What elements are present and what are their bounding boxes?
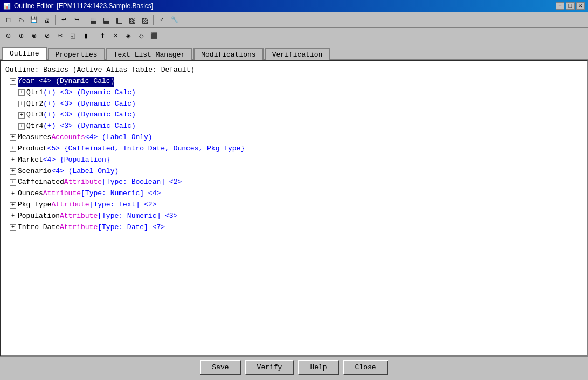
expand-market[interactable]: + bbox=[10, 157, 16, 163]
tb2-btn9[interactable]: ✕ bbox=[109, 30, 121, 42]
help-button[interactable]: Help bbox=[298, 360, 338, 375]
tree-row-product[interactable]: + Product <5> {Caffeinated, Intro Date, … bbox=[10, 143, 583, 155]
grid2-button[interactable]: ▤ bbox=[100, 14, 112, 26]
market-info: <4> {Population} bbox=[43, 155, 110, 165]
check-button[interactable]: ✓ bbox=[156, 14, 168, 26]
app-icon: 📊 bbox=[3, 3, 11, 10]
tb2-btn7[interactable]: ▮ bbox=[80, 30, 92, 42]
sep-4 bbox=[94, 31, 94, 41]
pkg-type-label: Pkg Type bbox=[18, 200, 51, 210]
scenario-label: Scenario bbox=[18, 167, 51, 177]
ounces-attr-label: Attribute bbox=[43, 189, 81, 199]
save-button-tb[interactable]: 💾 bbox=[28, 14, 40, 26]
grid3-button[interactable]: ▥ bbox=[113, 14, 125, 26]
tree-row-scenario[interactable]: + Scenario <4> (Label Only) bbox=[10, 166, 583, 177]
tb2-btn11[interactable]: ◇ bbox=[135, 30, 147, 42]
tab-text-list-manager[interactable]: Text List Manager bbox=[106, 48, 193, 60]
population-info: [Type: Numeric] <3> bbox=[98, 211, 177, 222]
qtr3-info: (+) <3> (Dynamic Calc) bbox=[43, 110, 136, 120]
accounts-label: Accounts bbox=[51, 133, 85, 143]
tree-row-qtr4[interactable]: + Qtr4 (+) <3> (Dynamic Calc) bbox=[18, 121, 583, 132]
pkg-type-info: [Type: Text] <2> bbox=[89, 200, 157, 210]
grid4-button[interactable]: ▧ bbox=[126, 14, 138, 26]
tb2-btn10[interactable]: ◈ bbox=[122, 30, 134, 42]
window-title: Outline Editor: [EPM11124:1423.Sample.Ba… bbox=[14, 2, 153, 10]
verify-button[interactable]: Verify bbox=[245, 360, 294, 375]
tree-row-population[interactable]: + Population Attribute [Type: Numeric] <… bbox=[10, 211, 583, 222]
qtr3-label: Qtr3 bbox=[26, 110, 43, 120]
restore-button[interactable]: ❐ bbox=[566, 2, 575, 10]
expand-product[interactable]: + bbox=[10, 146, 16, 152]
tree-row-year[interactable]: − Year <4> (Dynamic Calc) bbox=[10, 76, 583, 87]
qtr2-info: (+) <3> (Dynamic Calc) bbox=[43, 99, 136, 109]
expand-pkg-type[interactable]: + bbox=[10, 202, 16, 209]
expand-measures[interactable]: + bbox=[10, 134, 16, 141]
print-button[interactable]: 🖨 bbox=[41, 14, 53, 26]
tb2-btn12[interactable]: ⬛ bbox=[148, 30, 160, 42]
sep-3 bbox=[153, 15, 154, 25]
expand-intro-date[interactable]: + bbox=[10, 224, 16, 231]
close-button[interactable]: Close bbox=[343, 360, 388, 375]
tb2-btn3[interactable]: ⊗ bbox=[28, 30, 40, 42]
caffeinated-label: Caffeinated bbox=[18, 177, 64, 188]
tb2-btn8[interactable]: ⬆ bbox=[96, 30, 108, 42]
expand-qtr4[interactable]: + bbox=[18, 123, 25, 130]
tree-row-ounces[interactable]: + Ounces Attribute [Type: Numeric] <4> bbox=[10, 188, 583, 199]
tb2-btn6[interactable]: ◱ bbox=[67, 30, 79, 42]
tb2-btn4[interactable]: ⊘ bbox=[41, 30, 53, 42]
tree-row-qtr3[interactable]: + Qtr3 (+) <3> (Dynamic Calc) bbox=[18, 109, 583, 121]
expand-qtr1[interactable]: + bbox=[18, 89, 25, 96]
ounces-label: Ounces bbox=[18, 189, 43, 199]
year-label: Year <4> (Dynamic Calc) bbox=[18, 77, 114, 87]
tree-row-measures[interactable]: + Measures Accounts <4> (Label Only) bbox=[10, 132, 583, 143]
expand-caffeinated[interactable]: + bbox=[10, 179, 16, 186]
new-button[interactable]: ◻ bbox=[2, 14, 14, 26]
undo-button[interactable]: ↩ bbox=[58, 14, 70, 26]
close-window-button[interactable]: ✕ bbox=[576, 2, 585, 10]
qtr1-label: Qtr1 bbox=[26, 88, 43, 98]
tree-row-intro-date[interactable]: + Intro Date Attribute [Type: Date] <7> bbox=[10, 222, 583, 233]
qtr2-label: Qtr2 bbox=[26, 99, 43, 109]
outline-content: Outline: Basics (Active Alias Table: Def… bbox=[0, 60, 588, 356]
sep-2 bbox=[85, 15, 85, 25]
grid1-button[interactable]: ▦ bbox=[87, 14, 99, 26]
toolbar-1: ◻ 🗁 💾 🖨 ↩ ↪ ▦ ▤ ▥ ▧ ▨ ✓ 🔧 bbox=[0, 12, 588, 28]
tree-row-market[interactable]: + Market <4> {Population} bbox=[10, 155, 583, 166]
minimize-button[interactable]: − bbox=[556, 2, 564, 10]
tab-modifications[interactable]: Modifications bbox=[193, 48, 263, 60]
title-bar-controls: − ❐ ✕ bbox=[556, 2, 585, 10]
population-label: Population bbox=[18, 211, 60, 222]
market-label: Market bbox=[18, 155, 43, 165]
tab-properties[interactable]: Properties bbox=[48, 48, 105, 60]
tab-outline[interactable]: Outline bbox=[2, 47, 47, 60]
tb2-btn2[interactable]: ⊕ bbox=[15, 30, 27, 42]
tab-verification[interactable]: Verification bbox=[265, 48, 330, 60]
outline-header-line: Outline: Basics (Active Alias Table: Def… bbox=[5, 65, 583, 76]
redo-button[interactable]: ↪ bbox=[71, 14, 82, 26]
tree-row-caffeinated[interactable]: + Caffeinated Attribute [Type: Boolean] … bbox=[10, 177, 583, 188]
open-button[interactable]: 🗁 bbox=[15, 14, 27, 26]
button-bar: Save Verify Help Close bbox=[0, 356, 588, 378]
sep-1 bbox=[55, 15, 56, 25]
measures-label: Measures bbox=[18, 133, 51, 143]
tab-bar: Outline Properties Text List Manager Mod… bbox=[0, 44, 588, 60]
expand-scenario[interactable]: + bbox=[10, 168, 16, 175]
grid5-button[interactable]: ▨ bbox=[139, 14, 151, 26]
qtr1-info: (+) <3> (Dynamic Calc) bbox=[43, 88, 136, 98]
tree-row-qtr2[interactable]: + Qtr2 (+) <3> (Dynamic Calc) bbox=[18, 99, 583, 110]
expand-population[interactable]: + bbox=[10, 213, 16, 219]
expand-ounces[interactable]: + bbox=[10, 191, 16, 197]
qtr4-label: Qtr4 bbox=[26, 121, 43, 132]
intro-date-label: Intro Date bbox=[18, 223, 60, 233]
expand-qtr2[interactable]: + bbox=[18, 101, 25, 107]
tree-row-pkg-type[interactable]: + Pkg Type Attribute [Type: Text] <2> bbox=[10, 199, 583, 211]
save-button[interactable]: Save bbox=[200, 360, 240, 375]
ounces-info: [Type: Numeric] <4> bbox=[81, 189, 161, 199]
wrench-button[interactable]: 🔧 bbox=[169, 14, 181, 26]
qtr4-info: (+) <3> (Dynamic Calc) bbox=[43, 121, 136, 132]
expand-year[interactable]: − bbox=[10, 78, 16, 85]
tb2-btn5[interactable]: ✂ bbox=[54, 30, 66, 42]
tree-row-qtr1[interactable]: + Qtr1 (+) <3> (Dynamic Calc) bbox=[18, 87, 583, 99]
expand-qtr3[interactable]: + bbox=[18, 112, 25, 119]
tb2-btn1[interactable]: ⊙ bbox=[2, 30, 14, 42]
